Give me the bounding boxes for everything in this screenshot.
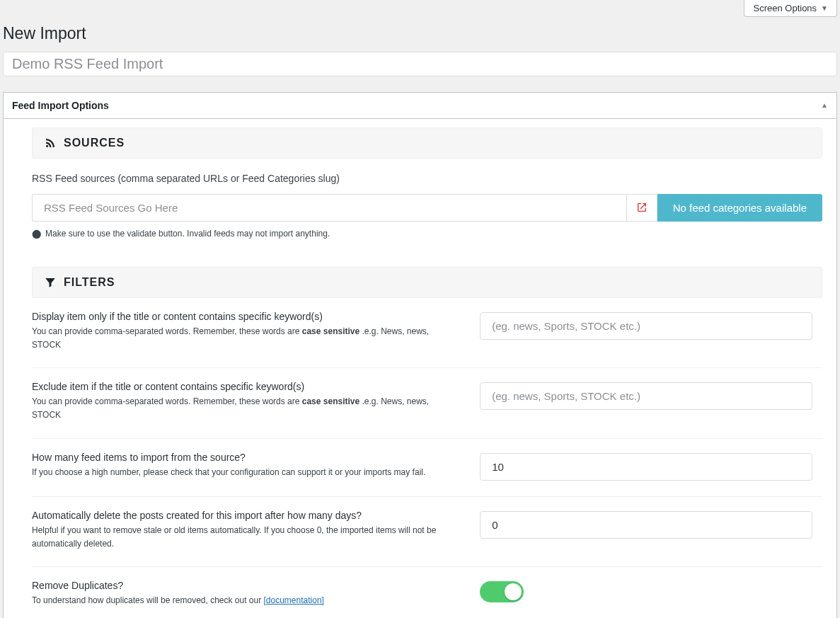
chevron-down-icon: ▼ <box>821 4 828 12</box>
documentation-link[interactable]: [documentation] <box>264 595 324 605</box>
filter-row-delete-days: Automatically delete the posts created f… <box>32 497 822 567</box>
section-header-filters: FILTERS <box>32 267 822 298</box>
postbox-heading: Feed Import Options <box>12 100 109 111</box>
section-title-sources: SOURCES <box>64 137 125 149</box>
filter-row-dedupe: Remove Duplicates? To understand how dup… <box>32 567 822 618</box>
section-title-filters: FILTERS <box>64 276 115 289</box>
screen-options-button[interactable]: Screen Options ▼ <box>744 0 837 17</box>
filter-row-include: Display item only if the title or conten… <box>32 298 822 368</box>
delete-days-label: Automatically delete the posts created f… <box>32 510 459 521</box>
filter-icon <box>44 276 57 289</box>
sources-sub-label: RSS Feed sources (comma separated URLs o… <box>32 173 822 184</box>
bulb-icon: ⬤ <box>32 229 41 239</box>
rss-sources-input[interactable] <box>32 194 626 222</box>
import-title-input[interactable] <box>3 52 837 76</box>
dedupe-help: To understand how duplicates will be rem… <box>32 594 459 607</box>
exclude-keywords-input[interactable] <box>480 382 812 410</box>
screen-options-label: Screen Options <box>753 3 817 13</box>
section-header-sources: SOURCES <box>32 127 822 159</box>
external-link-icon <box>636 202 648 213</box>
count-help: If you choose a high number, please chec… <box>32 466 459 479</box>
rss-icon <box>44 137 57 149</box>
feed-count-input[interactable] <box>480 453 812 481</box>
count-label: How many feed items to import from the s… <box>32 452 459 463</box>
delete-days-input[interactable] <box>480 511 812 539</box>
toggle-knob <box>505 583 522 600</box>
validate-feed-button[interactable] <box>626 194 657 222</box>
include-label: Display item only if the title or conten… <box>32 311 459 322</box>
feed-categories-button[interactable]: No feed categories available <box>657 194 822 222</box>
include-keywords-input[interactable] <box>480 312 812 340</box>
remove-duplicates-toggle[interactable] <box>480 581 524 602</box>
include-help: You can provide comma-separated words. R… <box>32 325 459 352</box>
filter-row-exclude: Exclude item if the title or content con… <box>32 368 822 438</box>
exclude-label: Exclude item if the title or content con… <box>32 381 459 392</box>
page-title: New Import <box>0 17 840 47</box>
filter-row-count: How many feed items to import from the s… <box>32 439 822 497</box>
dedupe-label: Remove Duplicates? <box>32 580 459 591</box>
collapse-icon[interactable]: ▲ <box>821 101 828 109</box>
postbox-header: Feed Import Options ▲ <box>4 93 836 119</box>
delete-days-help: Helpful if you want to remove stale or o… <box>32 524 459 551</box>
feed-import-options-box: Feed Import Options ▲ SOURCES RSS Feed s… <box>3 92 837 618</box>
sources-hint: ⬤ Make sure to use the validate button. … <box>32 229 822 239</box>
exclude-help: You can provide comma-separated words. R… <box>32 395 459 422</box>
